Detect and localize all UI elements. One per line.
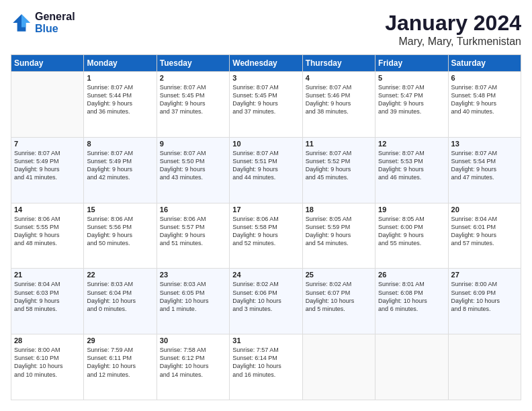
- day-number: 22: [87, 271, 153, 279]
- day-info: Sunrise: 8:06 AMSunset: 5:57 PMDaylight:…: [160, 215, 226, 248]
- day-number: 11: [306, 140, 372, 148]
- day-info: Sunrise: 8:07 AMSunset: 5:52 PMDaylight:…: [306, 149, 372, 182]
- table-row: 29Sunrise: 7:59 AMSunset: 6:11 PMDayligh…: [84, 334, 157, 400]
- day-number: 14: [14, 205, 81, 214]
- table-row: 22Sunrise: 8:03 AMSunset: 6:04 PMDayligh…: [84, 269, 157, 334]
- day-info: Sunrise: 8:07 AMSunset: 5:50 PMDaylight:…: [160, 149, 226, 182]
- table-row: 5Sunrise: 8:07 AMSunset: 5:47 PMDaylight…: [375, 72, 448, 138]
- day-number: 29: [87, 336, 153, 345]
- day-info: Sunrise: 8:07 AMSunset: 5:46 PMDaylight:…: [306, 83, 372, 116]
- day-info: Sunrise: 8:00 AMSunset: 6:09 PMDaylight:…: [451, 280, 518, 313]
- day-info: Sunrise: 8:03 AMSunset: 6:04 PMDaylight:…: [87, 280, 153, 313]
- day-number: 19: [378, 205, 445, 214]
- location-title: Mary, Mary, Turkmenistan: [385, 36, 521, 48]
- day-number: 4: [306, 74, 372, 82]
- table-row: 4Sunrise: 8:07 AMSunset: 5:46 PMDaylight…: [302, 72, 375, 138]
- table-row: 13Sunrise: 8:07 AMSunset: 5:54 PMDayligh…: [448, 137, 521, 203]
- day-info: Sunrise: 8:01 AMSunset: 6:08 PMDaylight:…: [378, 280, 445, 313]
- table-row: 23Sunrise: 8:03 AMSunset: 6:05 PMDayligh…: [157, 269, 229, 334]
- table-row: 2Sunrise: 8:07 AMSunset: 5:45 PMDaylight…: [157, 72, 229, 138]
- day-info: Sunrise: 8:07 AMSunset: 5:47 PMDaylight:…: [378, 83, 445, 116]
- calendar-week-row: 21Sunrise: 8:04 AMSunset: 6:03 PMDayligh…: [11, 269, 521, 334]
- table-row: 20Sunrise: 8:04 AMSunset: 6:01 PMDayligh…: [448, 203, 521, 269]
- day-number: 21: [14, 271, 81, 279]
- day-number: 16: [160, 205, 226, 214]
- table-row: 28Sunrise: 8:00 AMSunset: 6:10 PMDayligh…: [11, 334, 84, 400]
- day-number: 1: [87, 74, 153, 82]
- day-info: Sunrise: 8:06 AMSunset: 5:58 PMDaylight:…: [232, 215, 299, 248]
- title-block: January 2024 Mary, Mary, Turkmenistan: [385, 11, 521, 48]
- day-number: 10: [232, 140, 299, 148]
- day-info: Sunrise: 8:03 AMSunset: 6:05 PMDaylight:…: [160, 280, 226, 313]
- calendar-week-row: 7Sunrise: 8:07 AMSunset: 5:49 PMDaylight…: [11, 137, 521, 203]
- day-info: Sunrise: 8:02 AMSunset: 6:07 PMDaylight:…: [306, 280, 372, 313]
- day-number: 8: [87, 140, 153, 148]
- table-row: 10Sunrise: 8:07 AMSunset: 5:51 PMDayligh…: [230, 137, 302, 203]
- page-header: General Blue January 2024 Mary, Mary, Tu…: [11, 11, 521, 48]
- col-tuesday: Tuesday: [157, 55, 229, 72]
- table-row: 30Sunrise: 7:58 AMSunset: 6:12 PMDayligh…: [157, 334, 229, 400]
- day-number: 24: [232, 271, 299, 279]
- calendar-week-row: 14Sunrise: 8:06 AMSunset: 5:55 PMDayligh…: [11, 203, 521, 269]
- day-number: 25: [306, 271, 372, 279]
- table-row: 21Sunrise: 8:04 AMSunset: 6:03 PMDayligh…: [11, 269, 84, 334]
- table-row: [302, 334, 375, 400]
- day-number: 17: [232, 205, 299, 214]
- col-monday: Monday: [84, 55, 157, 72]
- day-info: Sunrise: 8:07 AMSunset: 5:54 PMDaylight:…: [451, 149, 518, 182]
- logo-line2: Blue: [35, 23, 75, 35]
- calendar-header-row: Sunday Monday Tuesday Wednesday Thursday…: [11, 55, 521, 72]
- day-info: Sunrise: 8:07 AMSunset: 5:45 PMDaylight:…: [160, 83, 226, 116]
- day-info: Sunrise: 8:04 AMSunset: 6:01 PMDaylight:…: [451, 215, 518, 248]
- table-row: 6Sunrise: 8:07 AMSunset: 5:48 PMDaylight…: [448, 72, 521, 138]
- logo-line1: General: [35, 11, 75, 23]
- day-number: 28: [14, 336, 81, 345]
- table-row: 7Sunrise: 8:07 AMSunset: 5:49 PMDaylight…: [11, 137, 84, 203]
- day-info: Sunrise: 8:07 AMSunset: 5:48 PMDaylight:…: [451, 83, 518, 116]
- day-info: Sunrise: 8:07 AMSunset: 5:45 PMDaylight:…: [232, 83, 299, 116]
- day-info: Sunrise: 8:02 AMSunset: 6:06 PMDaylight:…: [232, 280, 299, 313]
- col-wednesday: Wednesday: [230, 55, 302, 72]
- table-row: 25Sunrise: 8:02 AMSunset: 6:07 PMDayligh…: [302, 269, 375, 334]
- day-info: Sunrise: 8:05 AMSunset: 6:00 PMDaylight:…: [378, 215, 445, 248]
- day-info: Sunrise: 8:07 AMSunset: 5:51 PMDaylight:…: [232, 149, 299, 182]
- day-info: Sunrise: 8:06 AMSunset: 5:56 PMDaylight:…: [87, 215, 153, 248]
- table-row: 3Sunrise: 8:07 AMSunset: 5:45 PMDaylight…: [230, 72, 302, 138]
- day-info: Sunrise: 8:07 AMSunset: 5:44 PMDaylight:…: [87, 83, 153, 116]
- col-sunday: Sunday: [11, 55, 84, 72]
- table-row: 18Sunrise: 8:05 AMSunset: 5:59 PMDayligh…: [302, 203, 375, 269]
- day-number: 7: [14, 140, 81, 148]
- day-number: 30: [160, 336, 226, 345]
- col-saturday: Saturday: [448, 55, 521, 72]
- table-row: 17Sunrise: 8:06 AMSunset: 5:58 PMDayligh…: [230, 203, 302, 269]
- day-info: Sunrise: 8:05 AMSunset: 5:59 PMDaylight:…: [306, 215, 372, 248]
- table-row: 27Sunrise: 8:00 AMSunset: 6:09 PMDayligh…: [448, 269, 521, 334]
- day-number: 5: [378, 74, 445, 82]
- day-number: 3: [232, 74, 299, 82]
- month-title: January 2024: [385, 11, 521, 36]
- table-row: 31Sunrise: 7:57 AMSunset: 6:14 PMDayligh…: [230, 334, 302, 400]
- table-row: 19Sunrise: 8:05 AMSunset: 6:00 PMDayligh…: [375, 203, 448, 269]
- logo-icon: [11, 12, 32, 34]
- calendar-week-row: 1Sunrise: 8:07 AMSunset: 5:44 PMDaylight…: [11, 72, 521, 138]
- table-row: 15Sunrise: 8:06 AMSunset: 5:56 PMDayligh…: [84, 203, 157, 269]
- calendar-table: Sunday Monday Tuesday Wednesday Thursday…: [11, 54, 521, 400]
- col-thursday: Thursday: [302, 55, 375, 72]
- calendar-page: General Blue January 2024 Mary, Mary, Tu…: [0, 0, 532, 411]
- day-number: 9: [160, 140, 226, 148]
- table-row: 24Sunrise: 8:02 AMSunset: 6:06 PMDayligh…: [230, 269, 302, 334]
- day-info: Sunrise: 7:58 AMSunset: 6:12 PMDaylight:…: [160, 346, 226, 379]
- col-friday: Friday: [375, 55, 448, 72]
- day-info: Sunrise: 8:04 AMSunset: 6:03 PMDaylight:…: [14, 280, 81, 313]
- svg-marker-1: [21, 14, 30, 27]
- day-info: Sunrise: 7:59 AMSunset: 6:11 PMDaylight:…: [87, 346, 153, 379]
- day-number: 6: [451, 74, 518, 82]
- table-row: [448, 334, 521, 400]
- calendar-week-row: 28Sunrise: 8:00 AMSunset: 6:10 PMDayligh…: [11, 334, 521, 400]
- table-row: 8Sunrise: 8:07 AMSunset: 5:49 PMDaylight…: [84, 137, 157, 203]
- day-number: 2: [160, 74, 226, 82]
- table-row: 1Sunrise: 8:07 AMSunset: 5:44 PMDaylight…: [84, 72, 157, 138]
- day-number: 20: [451, 205, 518, 214]
- table-row: 14Sunrise: 8:06 AMSunset: 5:55 PMDayligh…: [11, 203, 84, 269]
- day-info: Sunrise: 8:06 AMSunset: 5:55 PMDaylight:…: [14, 215, 81, 248]
